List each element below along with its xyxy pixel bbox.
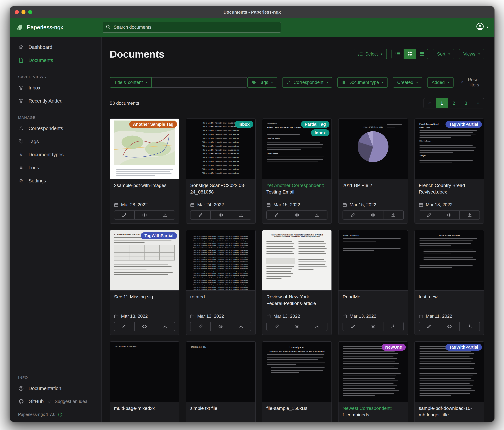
pagination-next-button[interactable]: » bbox=[472, 98, 484, 108]
edit-button[interactable] bbox=[419, 322, 440, 331]
title-content-input[interactable] bbox=[152, 77, 247, 88]
document-thumbnail[interactable]: Another Sample Tag bbox=[110, 119, 179, 179]
document-thumbnail[interactable]: This is a test for the double space char… bbox=[186, 119, 255, 179]
document-title[interactable]: simple txt file bbox=[190, 405, 251, 412]
download-button[interactable] bbox=[383, 210, 404, 220]
edit-button[interactable] bbox=[342, 210, 363, 220]
document-correspondent[interactable]: Yet Another Correspondent: bbox=[266, 183, 324, 188]
document-title[interactable]: French Country Bread Revised.docx bbox=[419, 182, 480, 195]
tag-badge[interactable]: TagWithPartial bbox=[141, 232, 177, 239]
select-button[interactable]: Select ▾ bbox=[354, 49, 387, 59]
tag-badge[interactable]: Another Sample Tag bbox=[129, 121, 177, 128]
download-button[interactable] bbox=[231, 322, 251, 331]
download-button[interactable] bbox=[307, 210, 327, 220]
download-button[interactable] bbox=[383, 322, 404, 331]
download-button[interactable] bbox=[307, 322, 327, 331]
view-button[interactable] bbox=[363, 322, 383, 331]
pagination-prev-button[interactable]: « bbox=[423, 98, 436, 108]
document-thumbnail[interactable]: Contact Sheet Demo bbox=[339, 230, 408, 291]
zoom-button[interactable] bbox=[28, 10, 32, 14]
document-thumbnail[interactable]: TagWithPartial bbox=[415, 342, 484, 402]
sidebar-item-documentation[interactable]: Documentation bbox=[10, 382, 101, 395]
pagination-page-button[interactable]: 1 bbox=[436, 98, 448, 108]
document-thumbnail[interactable]: 1.1. CONTINUING MEDICAL EDUCATagWithPart… bbox=[110, 230, 179, 291]
view-button[interactable] bbox=[210, 210, 231, 220]
document-thumbnail[interactable]: French Country BreadFor the Leaven:Make … bbox=[415, 119, 484, 179]
sidebar-item-recently-added[interactable]: Recently Added bbox=[10, 94, 101, 107]
search-input[interactable] bbox=[103, 22, 281, 33]
tag-badge[interactable]: Partial Tag bbox=[301, 121, 329, 128]
document-title[interactable]: rotated bbox=[190, 294, 251, 300]
created-filter-button[interactable]: Created ▾ bbox=[393, 77, 422, 88]
view-button[interactable] bbox=[210, 322, 231, 331]
document-thumbnail[interactable]: This is a multi page document. Page 1. bbox=[110, 342, 179, 402]
view-button[interactable] bbox=[439, 210, 459, 220]
sidebar-item-document-types[interactable]: # Document types bbox=[10, 148, 101, 161]
list-view-button[interactable] bbox=[391, 49, 404, 59]
document-title[interactable]: Yet Another Correspondent: Testing Email bbox=[266, 182, 327, 195]
user-menu[interactable]: ▾ bbox=[476, 22, 488, 32]
document-title[interactable]: test_new bbox=[419, 294, 480, 300]
document-type-filter-button[interactable]: Document type ▾ bbox=[337, 77, 388, 88]
edit-button[interactable] bbox=[266, 210, 287, 220]
sidebar-item-dashboard[interactable]: Dashboard bbox=[10, 41, 101, 54]
document-correspondent[interactable]: Newest Correspondent: bbox=[342, 406, 392, 411]
document-thumbnail[interactable]: This is a test file. bbox=[186, 342, 255, 402]
document-title[interactable]: Sec 11-Missing sig bbox=[114, 294, 175, 300]
tag-badge[interactable]: TagWithPartial bbox=[445, 344, 482, 351]
view-button[interactable] bbox=[439, 322, 459, 331]
reset-filters-button[interactable]: × Reset filters bbox=[459, 77, 484, 88]
sidebar-item-github[interactable]: GitHub bbox=[10, 395, 47, 408]
document-title[interactable]: sample-pdf-download-10-mb-longer-title bbox=[419, 405, 480, 418]
download-button[interactable] bbox=[459, 322, 480, 331]
views-button[interactable]: Views ▾ bbox=[459, 49, 484, 59]
title-content-dropdown[interactable]: Title & content ▾ bbox=[110, 77, 152, 88]
download-button[interactable] bbox=[231, 210, 251, 220]
grid-view-button[interactable] bbox=[404, 49, 416, 59]
tag-badge[interactable]: Inbox bbox=[311, 129, 330, 136]
sort-button[interactable]: Sort ▾ bbox=[433, 49, 454, 59]
view-button[interactable] bbox=[363, 210, 383, 220]
tag-badge[interactable]: NewOne bbox=[382, 344, 406, 351]
tag-badge[interactable]: TagWithPartial bbox=[445, 121, 482, 128]
view-button[interactable] bbox=[287, 210, 307, 220]
minimize-button[interactable] bbox=[21, 10, 26, 14]
edit-button[interactable] bbox=[114, 322, 135, 331]
document-title[interactable]: 2sample-pdf-with-images bbox=[114, 182, 175, 189]
document-title[interactable]: multi-page-mixedxx bbox=[114, 405, 175, 412]
edit-button[interactable] bbox=[190, 210, 211, 220]
sidebar-item-documents[interactable]: Documents bbox=[10, 54, 101, 67]
document-title[interactable]: 2011 BP Pie 2 bbox=[342, 182, 404, 189]
document-thumbnail[interactable]: Release NotesSimba ODBC Driver for SQL S… bbox=[262, 119, 332, 179]
pagination-page-button[interactable]: 2 bbox=[448, 98, 460, 108]
document-title[interactable]: file-sample_150kBs bbox=[266, 405, 327, 412]
edit-button[interactable] bbox=[419, 210, 440, 220]
document-thumbnail[interactable]: Review of New York Federal Petitions for… bbox=[262, 230, 332, 291]
document-thumbnail[interactable]: Patient BP Distribution 2011 bbox=[339, 119, 408, 179]
sidebar-item-inbox[interactable]: Inbox bbox=[10, 81, 101, 94]
sidebar-item-tags[interactable]: Tags bbox=[10, 135, 101, 148]
document-title[interactable]: Review-of-New-York-Federal-Petitions-art… bbox=[266, 294, 327, 307]
download-button[interactable] bbox=[155, 322, 175, 331]
edit-button[interactable] bbox=[266, 322, 287, 331]
download-button[interactable] bbox=[155, 210, 175, 220]
sidebar-item-settings[interactable]: ⚙ Settings bbox=[10, 174, 101, 187]
document-thumbnail[interactable]: Adobe Acrobat PDF Files bbox=[415, 230, 484, 291]
document-thumbnail[interactable]: Lorem ipsumLorem ipsum dolor sit amet, c… bbox=[262, 342, 332, 402]
info-icon[interactable] bbox=[58, 412, 62, 417]
view-button[interactable] bbox=[134, 322, 155, 331]
sidebar-item-correspondents[interactable]: Correspondents bbox=[10, 122, 101, 135]
document-title[interactable]: ReadMe bbox=[342, 294, 404, 300]
document-title[interactable]: Sonstige ScanPC2022 03-24_081058 bbox=[190, 182, 251, 195]
app-brand[interactable]: Paperless-ngx bbox=[16, 24, 103, 31]
view-button[interactable] bbox=[287, 322, 307, 331]
download-button[interactable] bbox=[459, 210, 480, 220]
edit-button[interactable] bbox=[342, 322, 363, 331]
edit-button[interactable] bbox=[190, 322, 211, 331]
suggest-idea-link[interactable]: Suggest an idea bbox=[47, 399, 87, 404]
close-button[interactable] bbox=[15, 10, 19, 14]
edit-button[interactable] bbox=[114, 210, 135, 220]
document-title[interactable]: Newest Correspondent: f_combineds bbox=[342, 405, 404, 418]
added-filter-button[interactable]: Added ▾ bbox=[427, 77, 454, 88]
view-button[interactable] bbox=[134, 210, 155, 220]
